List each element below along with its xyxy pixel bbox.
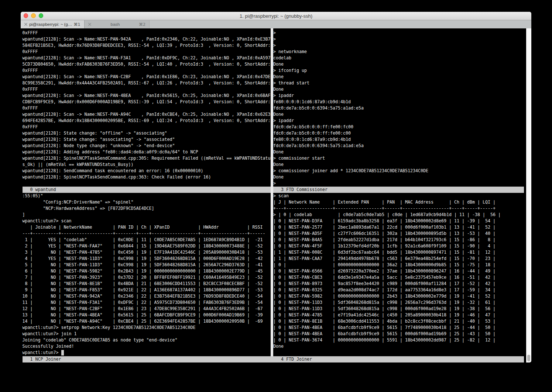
- pane-ftd-joiner-output: > scan | J | Network Name | Extended PAN…: [273, 193, 501, 350]
- terminal-window: 1. pi@raspberrypi: ~ (gnubby-ssh) pi@ras…: [21, 12, 531, 362]
- scrollbar-thumb[interactable]: [527, 355, 531, 361]
- tab-ssh-session[interactable]: pi@raspberrypi: ~ (g… ⌘1: [21, 20, 85, 28]
- screen-caption-ftd-commissioner: 3 FTD Commissioner: [273, 187, 524, 193]
- tab-label: bash: [92, 22, 139, 27]
- tab-bash[interactable]: bash ⌘2: [85, 20, 150, 28]
- terminal-cursor: [61, 350, 64, 355]
- close-tab-icon[interactable]: [88, 22, 92, 26]
- title-bar[interactable]: 1. pi@raspberrypi: ~ (gnubby-ssh): [21, 12, 531, 20]
- window-title: 1. pi@raspberrypi: ~ (gnubby-ssh): [21, 12, 531, 20]
- terminal-screen[interactable]: 0xFFFF wpantund[2128]: Scan -> Name:NEST…: [21, 28, 531, 362]
- pane-ftd-commissioner-output: > > > > networkname codelab Done > ifcon…: [273, 30, 428, 187]
- pane-wpantund-output: 0xFFFF wpantund[2128]: Scan -> Name:NEST…: [23, 30, 271, 180]
- tab-bar: pi@raspberrypi: ~ (g… ⌘1 bash ⌘2: [21, 20, 531, 28]
- scrollbar-track[interactable]: [526, 28, 532, 362]
- screen-caption-bottom: 1 NCP Joiner 4 FTD Joiner: [23, 356, 524, 362]
- screen-caption-ftd-joiner: 4 FTD Joiner: [273, 356, 312, 362]
- tab-shortcut: ⌘1: [74, 22, 80, 27]
- screen-caption-wpantund: 0 wpantund: [23, 187, 271, 193]
- tab-label: pi@raspberrypi: ~ (g…: [28, 22, 74, 27]
- close-tab-icon[interactable]: [24, 22, 28, 26]
- pane-divider[interactable]: [271, 28, 273, 356]
- tab-shortcut: ⌘2: [139, 22, 145, 27]
- pane-ncp-joiner-output: :55:05)" "Config:NCP:DriverName" => "spi…: [23, 193, 265, 356]
